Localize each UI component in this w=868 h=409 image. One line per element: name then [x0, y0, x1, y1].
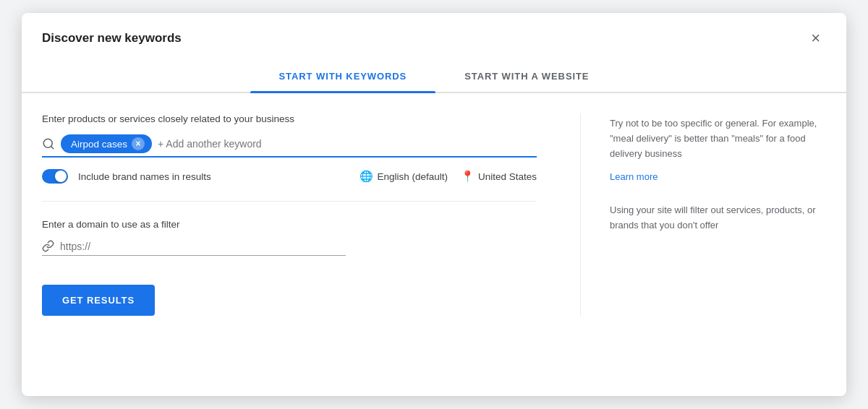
- keywords-section-label: Enter products or services closely relat…: [42, 113, 537, 124]
- locale-row: 🌐 English (default) 📍 United States: [359, 170, 537, 183]
- toggle-row: Include brand names in results 🌐 English…: [42, 169, 537, 184]
- domain-input[interactable]: [60, 241, 346, 252]
- left-panel: Enter products or services closely relat…: [42, 113, 580, 316]
- keywords-hint-text: Try not to be too specific or general. F…: [610, 116, 826, 161]
- divider: [42, 201, 537, 202]
- main-content: Enter products or services closely relat…: [22, 93, 846, 333]
- keywords-section: Enter products or services closely relat…: [42, 113, 537, 184]
- get-results-button[interactable]: GET RESULTS: [42, 285, 155, 316]
- keyword-chip: Airpod cases ×: [61, 134, 152, 153]
- domain-section: Enter a domain to use as a filter: [42, 219, 537, 256]
- learn-more-link[interactable]: Learn more: [610, 171, 658, 182]
- location-pin-icon: 📍: [461, 170, 475, 183]
- tabs-container: START WITH KEYWORDS START WITH A WEBSITE: [22, 61, 846, 93]
- close-button[interactable]: ×: [805, 27, 826, 49]
- toggle-label: Include brand names in results: [78, 171, 211, 182]
- domain-section-label: Enter a domain to use as a filter: [42, 219, 537, 230]
- tab-start-with-keywords[interactable]: START WITH KEYWORDS: [250, 61, 436, 92]
- location-selector[interactable]: 📍 United States: [461, 170, 537, 183]
- chip-remove-button[interactable]: ×: [132, 137, 145, 150]
- dialog-header: Discover new keywords ×: [22, 13, 846, 49]
- svg-line-1: [51, 146, 53, 148]
- language-label: English (default): [377, 171, 448, 182]
- search-icon: [42, 137, 55, 150]
- discover-keywords-dialog: Discover new keywords × START WITH KEYWO…: [22, 13, 846, 396]
- tab-start-with-website[interactable]: START WITH A WEBSITE: [435, 61, 618, 92]
- dialog-title: Discover new keywords: [42, 31, 182, 46]
- domain-input-row: [42, 240, 346, 256]
- right-panel: Try not to be too specific or general. F…: [580, 113, 826, 316]
- chip-label: Airpod cases: [71, 139, 127, 150]
- globe-icon: 🌐: [359, 170, 373, 183]
- domain-hint-text: Using your site will filter out services…: [610, 203, 826, 233]
- location-label: United States: [478, 171, 537, 182]
- link-icon: [42, 240, 54, 252]
- language-selector[interactable]: 🌐 English (default): [359, 170, 448, 183]
- add-keyword-input[interactable]: [158, 138, 537, 150]
- brand-names-toggle[interactable]: [42, 169, 68, 184]
- keyword-input-row: Airpod cases ×: [42, 134, 537, 158]
